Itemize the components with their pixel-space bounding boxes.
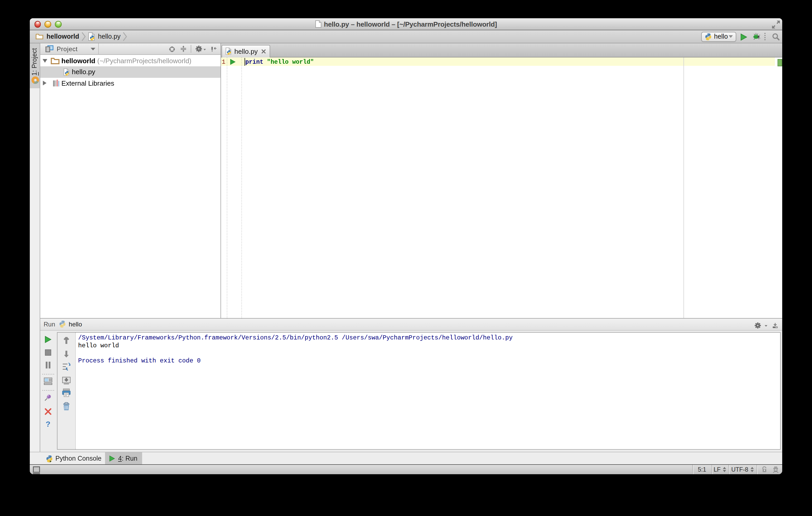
svg-text:?: ? [46,420,50,428]
